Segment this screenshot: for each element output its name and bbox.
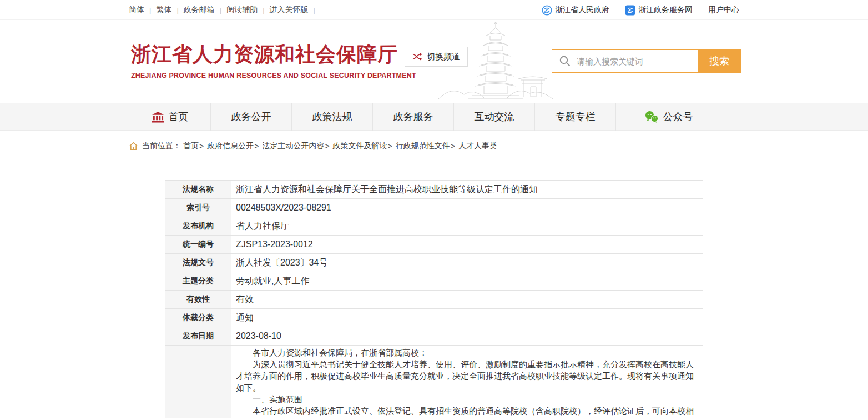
nav-item-label: 互动交流 [475,110,514,123]
nav-item-label: 政务公开 [231,110,271,123]
field-value: 浙江省人力资源和社会保障厅关于全面推进高校职业技能等级认定工作的通知 [231,181,703,199]
main-nav: 首页 政务公开 政策法规 政务服务 互动交流 专题专栏 [0,103,868,131]
table-row: 统一编号 ZJSP13-2023-0012 [165,236,703,254]
topbar-separator: | [263,6,264,14]
search-input[interactable] [552,49,698,73]
breadcrumb-separator: > [254,142,259,151]
nav-item-label: 政策法规 [312,110,352,123]
nav-item-gov-services[interactable]: 政务服务 [373,103,454,131]
document-meta-table: 法规名称 浙江省人力资源和社会保障厅关于全面推进高校职业技能等级认定工作的通知 … [165,180,703,418]
field-value: 省人力社保厅 [231,217,703,236]
body-paragraph: 为深入贯彻习近平总书记关于健全技能人才培养、使用、评价、激励制度的重要指示批示精… [236,358,698,393]
field-label-empty [165,346,231,418]
field-label: 法规名称 [165,181,231,199]
field-label: 主题分类 [165,272,231,291]
table-row-body: 各市人力资源和社会保障局，在浙省部属高校： 为深入贯彻习近平总书记关于健全技能人… [165,346,703,418]
topbar-separator: | [314,6,315,14]
field-label: 有效性 [165,291,231,309]
breadcrumb-item-statutory-content[interactable]: 法定主动公开内容 [262,141,324,151]
breadcrumb-item-home[interactable]: 首页 [183,141,199,151]
breadcrumb-item-normative-documents[interactable]: 行政规范性文件 [396,141,450,151]
site-header: 浙江省人力资源和社会保障厅 ZHEJIANG PROVINCE HUMAN RE… [0,20,868,103]
table-row: 发布机构 省人力社保厅 [165,217,703,236]
field-value: 浙人社发〔2023〕34号 [231,254,703,272]
nav-item-label: 公众号 [663,110,693,123]
table-row: 法规文号 浙人社发〔2023〕34号 [165,254,703,272]
breadcrumb-separator: > [388,142,392,151]
body-paragraph: 一、实施范围 [236,393,698,405]
topbar-links: 简体 | 繁体 | 政务邮箱 | 阅读辅助 | 进入关怀版 | [129,5,320,15]
nav-item-label: 专题专栏 [556,110,596,123]
breadcrumb-prefix: 当前位置： [142,141,181,151]
user-center-link[interactable]: 用户中心 [708,5,739,15]
table-row: 发布日期 2023-08-10 [165,327,703,346]
topbar-right: 浙江省人民政府 浙江政务服务网 用户中心 [542,5,739,16]
field-value: 00248503X/2023-08291 [231,199,703,217]
document-card: 法规名称 浙江省人力资源和社会保障厅关于全面推进高校职业技能等级认定工作的通知 … [129,162,739,420]
gov-portal-label: 浙江省人民政府 [555,5,609,15]
site-subtitle: ZHEJIANG PROVINCE HUMAN RESOURCES AND SO… [131,72,416,79]
bank-icon [152,111,164,123]
nav-item-policies-regulations[interactable]: 政策法规 [292,103,373,131]
topbar-separator: | [176,6,178,14]
field-value: ZJSP13-2023-0012 [231,236,703,254]
service-site-label: 浙江政务服务网 [638,5,693,15]
breadcrumb-item-policy-documents[interactable]: 政策文件及解读 [333,141,387,151]
table-row: 主题分类 劳动就业,人事工作 [165,272,703,291]
search-button[interactable]: 搜索 [698,49,741,73]
field-label: 统一编号 [165,236,231,254]
topbar: 简体 | 繁体 | 政务邮箱 | 阅读辅助 | 进入关怀版 | 浙江省人民政府 [0,0,868,20]
nav-item-label: 政务服务 [393,110,433,123]
user-center-label: 用户中心 [708,5,739,15]
site-logo[interactable]: 浙江省人力资源和社会保障厅 ZHEJIANG PROVINCE HUMAN RE… [131,41,416,79]
body-paragraph: 各市人力资源和社会保障局，在浙省部属高校： [236,347,698,358]
zhejiang-service-icon [625,5,635,16]
search-box: 搜索 [552,49,741,73]
topbar-separator: | [149,6,151,14]
topbar-link-reading-aid[interactable]: 阅读辅助 [226,5,258,15]
table-row: 法规名称 浙江省人力资源和社会保障厅关于全面推进高校职业技能等级认定工作的通知 [165,181,703,199]
shuffle-icon [412,52,423,61]
field-value: 有效 [231,291,703,309]
field-label: 发布机构 [165,217,231,236]
topbar-link-simplified[interactable]: 简体 [129,5,144,15]
search-icon [559,55,571,67]
site-title: 浙江省人力资源和社会保障厅 [131,41,416,68]
breadcrumb-separator: > [199,142,204,151]
nav-item-special-topics[interactable]: 专题专栏 [535,103,616,131]
gov-portal-link[interactable]: 浙江省人民政府 [542,5,609,16]
field-label: 体裁分类 [165,309,231,327]
body-paragraph: 本省行政区域内经批准正式设立、依法登记、具有招生资质的普通高等院校（含高职院校）… [236,405,698,417]
field-value: 劳动就业,人事工作 [231,272,703,291]
topbar-link-traditional[interactable]: 繁体 [156,5,171,15]
zhejiang-gov-icon [542,5,552,16]
breadcrumb-separator: > [451,142,455,151]
breadcrumb-item-talent-personnel[interactable]: 人才人事类 [458,141,497,151]
breadcrumb: 当前位置： 首页 > 政府信息公开 > 法定主动公开内容 > 政策文件及解读 >… [0,141,868,151]
table-row: 索引号 00248503X/2023-08291 [165,199,703,217]
nav-item-home[interactable]: 首页 [129,103,211,131]
field-label: 法规文号 [165,254,231,272]
nav-item-gov-disclosure[interactable]: 政务公开 [211,103,292,131]
wechat-icon [644,111,659,123]
nav-item-official-account[interactable]: 公众号 [616,103,721,131]
topbar-link-care-version[interactable]: 进入关怀版 [270,5,309,15]
nav-item-interaction[interactable]: 互动交流 [454,103,535,131]
field-label: 发布日期 [165,327,231,346]
pagoda-illustration [435,20,556,103]
service-site-link[interactable]: 浙江政务服务网 [625,5,693,16]
home-icon [129,142,138,151]
document-body: 各市人力资源和社会保障局，在浙省部属高校： 为深入贯彻习近平总书记关于健全技能人… [231,346,703,418]
field-label: 索引号 [165,199,231,217]
table-row: 体裁分类 通知 [165,309,703,327]
table-row: 有效性 有效 [165,291,703,309]
topbar-separator: | [220,6,221,14]
field-value: 2023-08-10 [231,327,703,346]
field-value: 通知 [231,309,703,327]
nav-item-label: 首页 [169,110,189,123]
breadcrumb-separator: > [325,142,329,151]
topbar-link-gov-mail[interactable]: 政务邮箱 [184,5,215,15]
breadcrumb-item-info-disclosure[interactable]: 政府信息公开 [207,141,254,151]
